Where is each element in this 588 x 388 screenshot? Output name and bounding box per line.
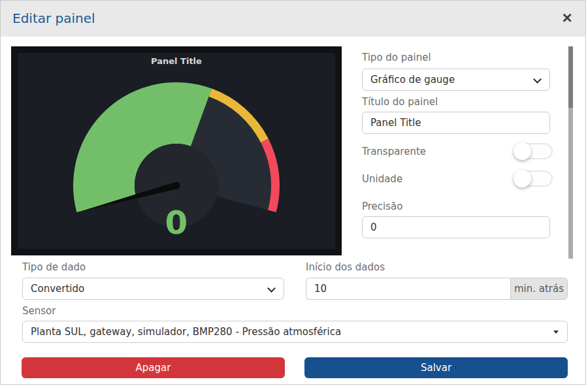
close-icon[interactable]: × (558, 7, 576, 28)
save-button[interactable]: Salvar (304, 357, 568, 378)
data-type-label: Tipo de dado (22, 261, 86, 273)
gauge-preview-canvas: Panel Title 0 (18, 53, 335, 249)
data-start-input[interactable] (306, 278, 510, 300)
gauge-chart: Panel Title 0 (18, 53, 335, 249)
panel-type-value: Gráfico de gauge (370, 74, 455, 86)
unit-toggle[interactable] (514, 170, 553, 187)
panel-title-label: Título do painel (362, 96, 438, 108)
edit-panel-modal: Editar painel × Panel Title 0 (0, 0, 586, 385)
gauge-value: 0 (165, 204, 188, 242)
modal-header: Editar painel × (1, 1, 585, 37)
data-type-select[interactable]: Convertido (22, 278, 284, 300)
gauge-needle-pivot (173, 182, 180, 189)
panel-type-select[interactable]: Gráfico de gauge (362, 69, 550, 91)
sensor-label: Sensor (22, 305, 56, 317)
sensor-value: Planta SUL, gateway, simulador, BMP280 -… (31, 326, 341, 338)
transparent-toggle[interactable] (514, 143, 553, 159)
chevron-down-icon (533, 75, 542, 84)
transparent-label: Transparente (362, 146, 426, 157)
toggle-knob (514, 142, 531, 160)
panel-type-label: Tipo do painel (362, 52, 431, 63)
modal-title: Editar painel (12, 10, 95, 26)
data-start-addon: min. atrás (510, 278, 568, 300)
precision-input[interactable] (362, 216, 550, 238)
panel-title-input[interactable] (362, 112, 550, 134)
sensor-select[interactable]: Planta SUL, gateway, simulador, BMP280 -… (22, 321, 568, 343)
data-start-group: min. atrás (306, 278, 568, 300)
chevron-down-icon (267, 284, 276, 293)
toggle-knob (514, 170, 531, 187)
unit-label: Unidade (362, 173, 402, 185)
precision-label: Precisão (362, 201, 402, 212)
caret-down-icon (553, 331, 559, 334)
gauge-preview-panel: Panel Title 0 (11, 46, 342, 255)
gauge-panel-title: Panel Title (151, 56, 202, 66)
data-start-label: Início dos dados (306, 261, 385, 273)
delete-button[interactable]: Apagar (22, 357, 285, 378)
data-type-value: Convertido (31, 283, 84, 295)
scrollbar-thumb[interactable] (568, 46, 573, 108)
